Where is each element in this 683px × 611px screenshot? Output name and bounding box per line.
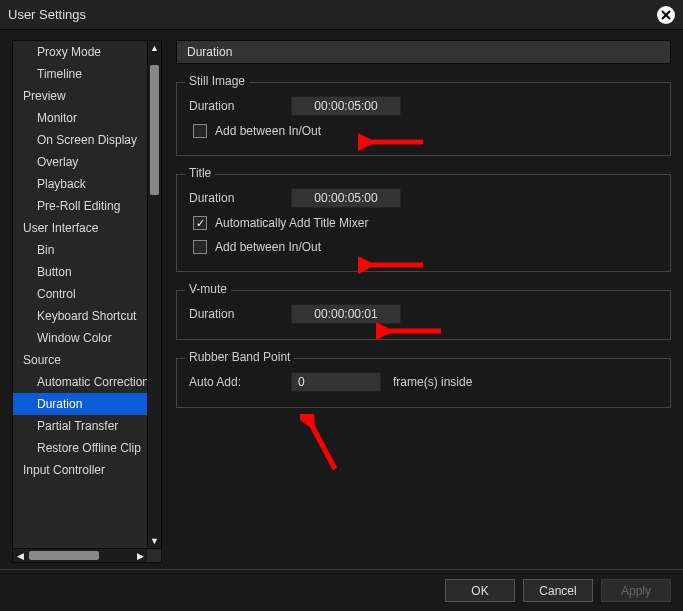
scroll-right-arrow-icon[interactable]: ▶ <box>133 549 147 562</box>
titlebar: User Settings <box>0 0 683 30</box>
checkbox-label: Automatically Add Title Mixer <box>215 216 368 230</box>
sidebar-item-partial-transfer[interactable]: Partial Transfer <box>13 415 147 437</box>
sidebar: Proxy ModeTimelinePreviewMonitorOn Scree… <box>12 40 162 563</box>
scroll-track[interactable] <box>148 55 161 534</box>
checkbox-label: Add between In/Out <box>215 240 321 254</box>
scroll-corner <box>147 549 161 562</box>
sidebar-item-duration[interactable]: Duration <box>13 393 147 415</box>
vmute-duration-input[interactable] <box>291 304 401 324</box>
title-duration-input[interactable] <box>291 188 401 208</box>
rubber-auto-add-input[interactable] <box>291 372 381 392</box>
sidebar-item-source[interactable]: Source <box>13 349 147 371</box>
dialog-footer: OK Cancel Apply <box>0 569 683 611</box>
checkbox-label: Add between In/Out <box>215 124 321 138</box>
group-title: Title Duration Automatically Add Title M… <box>176 174 671 272</box>
settings-tree[interactable]: Proxy ModeTimelinePreviewMonitorOn Scree… <box>13 41 147 548</box>
duration-label: Duration <box>189 191 279 205</box>
sidebar-item-pre-roll-editing[interactable]: Pre-Roll Editing <box>13 195 147 217</box>
group-vmute: V-mute Duration <box>176 290 671 340</box>
sidebar-item-playback[interactable]: Playback <box>13 173 147 195</box>
sidebar-item-bin[interactable]: Bin <box>13 239 147 261</box>
close-button[interactable] <box>657 6 675 24</box>
apply-button[interactable]: Apply <box>601 579 671 602</box>
group-legend: Title <box>185 166 215 180</box>
title-add-between-checkbox[interactable] <box>193 240 207 254</box>
duration-label: Duration <box>189 99 279 113</box>
sidebar-item-monitor[interactable]: Monitor <box>13 107 147 129</box>
still-duration-input[interactable] <box>291 96 401 116</box>
sidebar-item-button[interactable]: Button <box>13 261 147 283</box>
sidebar-item-on-screen-display[interactable]: On Screen Display <box>13 129 147 151</box>
sidebar-item-automatic-correction[interactable]: Automatic Correction <box>13 371 147 393</box>
group-still-image: Still Image Duration Add between In/Out <box>176 82 671 156</box>
group-legend: V-mute <box>185 282 231 296</box>
title-auto-mixer-checkbox[interactable] <box>193 216 207 230</box>
scroll-down-arrow-icon[interactable]: ▼ <box>148 534 161 548</box>
scroll-thumb-h[interactable] <box>29 551 99 560</box>
sidebar-item-timeline[interactable]: Timeline <box>13 63 147 85</box>
sidebar-item-restore-offline-clip[interactable]: Restore Offline Clip <box>13 437 147 459</box>
sidebar-item-window-color[interactable]: Window Color <box>13 327 147 349</box>
sidebar-item-control[interactable]: Control <box>13 283 147 305</box>
scroll-left-arrow-icon[interactable]: ◀ <box>13 549 27 562</box>
duration-label: Duration <box>189 307 279 321</box>
pane-title: Duration <box>176 40 671 64</box>
scroll-thumb[interactable] <box>150 65 159 195</box>
scroll-up-arrow-icon[interactable]: ▲ <box>148 41 161 55</box>
sidebar-item-user-interface[interactable]: User Interface <box>13 217 147 239</box>
auto-add-label: Auto Add: <box>189 375 279 389</box>
window-title: User Settings <box>8 7 86 22</box>
settings-pane: Duration Still Image Duration Add betwee… <box>176 40 671 563</box>
close-icon <box>661 10 671 20</box>
group-rubber-band: Rubber Band Point Auto Add: frame(s) ins… <box>176 358 671 408</box>
sidebar-item-proxy-mode[interactable]: Proxy Mode <box>13 41 147 63</box>
cancel-button[interactable]: Cancel <box>523 579 593 602</box>
group-legend: Still Image <box>185 74 249 88</box>
group-legend: Rubber Band Point <box>185 350 294 364</box>
still-add-between-checkbox[interactable] <box>193 124 207 138</box>
horizontal-scrollbar[interactable]: ◀ ▶ <box>13 548 161 562</box>
sidebar-item-overlay[interactable]: Overlay <box>13 151 147 173</box>
sidebar-item-preview[interactable]: Preview <box>13 85 147 107</box>
scroll-track-h[interactable] <box>27 549 133 562</box>
sidebar-item-keyboard-shortcut[interactable]: Keyboard Shortcut <box>13 305 147 327</box>
vertical-scrollbar[interactable]: ▲ ▼ <box>147 41 161 548</box>
frames-suffix: frame(s) inside <box>393 375 472 389</box>
ok-button[interactable]: OK <box>445 579 515 602</box>
sidebar-item-input-controller[interactable]: Input Controller <box>13 459 147 481</box>
